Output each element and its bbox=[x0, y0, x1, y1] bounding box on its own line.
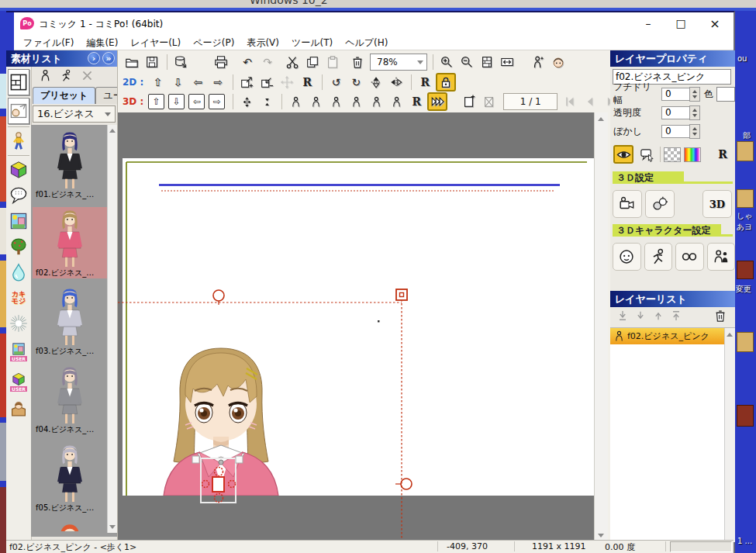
edit-character-icon[interactable] bbox=[60, 69, 73, 85]
zoom-in-button[interactable] bbox=[437, 54, 456, 71]
move-down-2d-button[interactable]: ⇩ bbox=[168, 74, 187, 91]
minimize-button[interactable]: – bbox=[633, 12, 664, 34]
3d-edit-button[interactable]: 3D bbox=[702, 190, 732, 218]
open-button[interactable] bbox=[123, 54, 141, 71]
3d-item-category-icon[interactable] bbox=[9, 158, 29, 181]
move-left-2d-button[interactable]: ⇦ bbox=[188, 74, 207, 91]
redo-button[interactable]: ↷ bbox=[258, 54, 277, 71]
expand-all-button[interactable]: » bbox=[102, 52, 115, 64]
menu-item[interactable]: ファイル(F) bbox=[17, 36, 80, 50]
undo-button[interactable]: ↶ bbox=[238, 54, 257, 71]
playback-button[interactable] bbox=[427, 92, 447, 111]
maximize-button[interactable]: □ bbox=[665, 12, 696, 34]
balloon-toggle[interactable] bbox=[637, 145, 657, 164]
turn-character-right-button[interactable] bbox=[347, 93, 365, 110]
turn-character-left-button[interactable] bbox=[326, 93, 345, 110]
rotate-character-left-button[interactable] bbox=[286, 93, 305, 110]
camera-settings-button[interactable] bbox=[613, 190, 642, 218]
paste-button[interactable] bbox=[323, 54, 342, 71]
effect-bg-category-icon[interactable] bbox=[9, 312, 29, 335]
close-button[interactable]: × bbox=[699, 12, 730, 34]
menu-item[interactable]: ページ(P) bbox=[187, 36, 240, 50]
add-character-icon[interactable] bbox=[39, 69, 52, 85]
scene-template-icon[interactable] bbox=[8, 98, 29, 124]
fit-width-button[interactable] bbox=[498, 54, 516, 71]
move-up-2d-button[interactable]: ⇧ bbox=[148, 74, 167, 91]
delete-page-button[interactable] bbox=[480, 93, 499, 110]
menu-item[interactable]: レイヤー(L) bbox=[124, 36, 187, 50]
face-settings-button[interactable] bbox=[613, 243, 641, 271]
outline-color-swatch[interactable] bbox=[716, 87, 735, 102]
character-edit-button[interactable] bbox=[549, 54, 568, 71]
blur-stepper[interactable] bbox=[689, 124, 700, 139]
user-character-category-icon[interactable] bbox=[9, 398, 29, 421]
reset-rotation-button[interactable]: R bbox=[416, 74, 434, 91]
character-gizmo[interactable] bbox=[192, 456, 243, 503]
reset-2d-button[interactable]: R bbox=[298, 74, 316, 91]
page-canvas[interactable] bbox=[118, 112, 594, 542]
layer-list-item[interactable]: f02.ビジネス_ピンク bbox=[610, 328, 727, 344]
reset-3d-button[interactable]: R bbox=[407, 93, 426, 110]
layer-list-scrollbar[interactable] bbox=[724, 328, 735, 542]
material-list-scrollbar[interactable] bbox=[107, 125, 117, 533]
material-thumbnail[interactable]: f05.ビジネス_… bbox=[33, 442, 107, 513]
material-thumbnail[interactable]: f02.ビジネス_… bbox=[33, 207, 107, 278]
tilt-character-right-button[interactable] bbox=[387, 93, 406, 110]
outline-width-input[interactable] bbox=[661, 88, 689, 101]
opacity-stepper[interactable] bbox=[689, 105, 700, 120]
enlarge-2d-button[interactable] bbox=[237, 74, 256, 91]
first-page-button[interactable] bbox=[561, 93, 579, 110]
balloon-category-icon[interactable] bbox=[9, 184, 29, 207]
user-3d-category-icon[interactable]: USER bbox=[9, 368, 29, 396]
fit-page-button[interactable] bbox=[478, 54, 496, 71]
move-down-3d-button[interactable]: ⇩ bbox=[168, 94, 185, 109]
move-layer-bottom-button[interactable] bbox=[616, 309, 629, 324]
title-bar[interactable]: Po コミック 1 - コミPo! (64bit) – □ × bbox=[14, 12, 734, 36]
body-settings-button[interactable] bbox=[707, 243, 736, 271]
material-thumbnail[interactable]: f03.ビジネス_… bbox=[33, 285, 107, 357]
material-thumbnail-partial[interactable] bbox=[33, 520, 107, 531]
rotate-character-right-button[interactable] bbox=[306, 93, 325, 110]
visibility-toggle[interactable] bbox=[613, 145, 633, 164]
cut-button[interactable] bbox=[283, 54, 302, 71]
delete-material-icon[interactable] bbox=[81, 69, 94, 85]
add-page-button[interactable] bbox=[460, 93, 478, 110]
move-up-3d-button[interactable]: ⇧ bbox=[148, 94, 164, 109]
menu-item[interactable]: ヘルプ(H) bbox=[339, 36, 394, 50]
move-free-2d-button[interactable] bbox=[278, 74, 296, 91]
rotate-ccw-button[interactable]: ↺ bbox=[326, 74, 345, 91]
material-thumbnail[interactable]: f01.ビジネス_… bbox=[33, 129, 107, 200]
flip-vertical-button[interactable] bbox=[367, 74, 385, 91]
move-layer-down-button[interactable] bbox=[634, 309, 647, 324]
rotate-cw-button[interactable]: ↻ bbox=[347, 74, 365, 91]
character-category-icon[interactable] bbox=[9, 130, 29, 153]
selection-side-handle[interactable] bbox=[401, 479, 412, 489]
zoom-select[interactable]: 78% bbox=[370, 54, 427, 71]
canvas-vertical-scrollbar[interactable] bbox=[594, 112, 608, 542]
effect-item-category-icon[interactable] bbox=[9, 261, 29, 284]
panel-layout-icon[interactable] bbox=[8, 69, 29, 95]
save-button[interactable] bbox=[143, 54, 161, 71]
camera-lock-button[interactable] bbox=[436, 73, 456, 92]
reset-property-button[interactable]: R bbox=[718, 148, 727, 161]
scale-down-3d-button[interactable] bbox=[257, 93, 276, 110]
user-background-category-icon[interactable]: USER bbox=[9, 337, 29, 365]
kakimoji-category-icon[interactable]: カキ モジ bbox=[9, 286, 29, 309]
outline-stepper[interactable] bbox=[689, 87, 700, 102]
scroll-up-icon[interactable] bbox=[109, 129, 116, 133]
flip-horizontal-button[interactable] bbox=[387, 74, 406, 91]
selection-corner-handle[interactable] bbox=[396, 289, 407, 300]
blur-input[interactable] bbox=[661, 125, 689, 138]
nature-category-icon[interactable] bbox=[9, 235, 29, 258]
scale-up-3d-button[interactable] bbox=[237, 93, 256, 110]
category-select[interactable]: 16.ビジネス bbox=[33, 105, 116, 123]
scroll-up-icon[interactable] bbox=[598, 117, 604, 121]
move-layer-top-button[interactable] bbox=[670, 309, 682, 324]
pose-button[interactable] bbox=[529, 54, 547, 71]
scroll-up-icon[interactable] bbox=[727, 333, 733, 337]
export-button[interactable] bbox=[171, 54, 190, 71]
shrink-2d-button[interactable] bbox=[257, 74, 276, 91]
material-thumbnail[interactable]: f04.ビジネス_… bbox=[33, 364, 107, 435]
selection-rotate-handle[interactable] bbox=[213, 290, 224, 301]
scroll-down-icon[interactable] bbox=[598, 534, 604, 537]
